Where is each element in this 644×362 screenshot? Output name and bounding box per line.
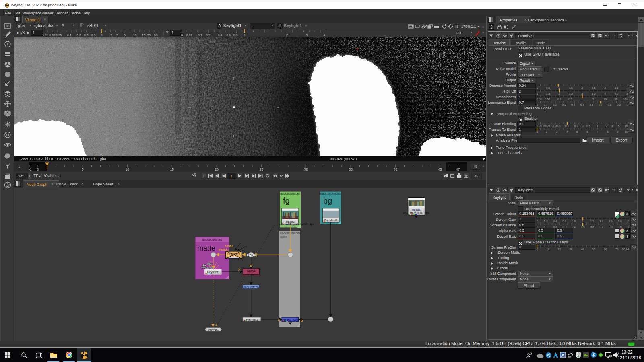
svg-text:D: D (6, 133, 9, 137)
svg-text:0: 0 (537, 86, 538, 89)
svg-text:0.9: 0.9 (618, 226, 622, 228)
svg-text:100: 100 (623, 98, 628, 101)
svg-text:matte: matte (197, 244, 215, 252)
svg-text:0: 0 (37, 167, 39, 171)
svg-text:2: 2 (559, 92, 560, 95)
svg-text:fg: fg (283, 196, 290, 205)
svg-text:0.5: 0.5 (580, 103, 584, 106)
svg-text:Keylight1: Keylight1 (207, 270, 220, 274)
svg-text:0.2: 0.2 (574, 125, 578, 128)
svg-text:80.64: 80.64 (622, 248, 629, 251)
svg-text:Viewer1: Viewer1 (208, 328, 219, 331)
svg-text:0.2: 0.2 (544, 220, 548, 223)
svg-text:10: 10 (625, 130, 628, 133)
svg-text:1: 1 (582, 98, 583, 101)
svg-text:1: 1 (101, 33, 103, 37)
svg-text:1: 1 (244, 33, 246, 37)
svg-text:1: 1 (537, 130, 538, 133)
svg-text:0.8: 0.8 (572, 220, 576, 223)
svg-text:1.8: 1.8 (618, 220, 622, 223)
svg-text:bg: bg (323, 196, 332, 205)
svg-text:4: 4 (324, 33, 326, 37)
svg-text:0.01: 0.01 (537, 98, 542, 101)
svg-text:0: 0 (537, 248, 538, 251)
svg-text:-1: -1 (29, 167, 32, 171)
svg-text:0.03: 0.03 (548, 125, 554, 128)
svg-text:3: 3 (604, 86, 606, 89)
svg-text:40: 40 (393, 167, 397, 171)
svg-text:HueCorrect1: HueCorrect1 (243, 285, 260, 289)
svg-text:0.1: 0.1 (198, 33, 202, 37)
svg-text:9: 9 (617, 130, 619, 133)
svg-text:8: 8 (607, 130, 609, 133)
svg-text:10: 10 (280, 175, 283, 178)
svg-text:45: 45 (474, 174, 478, 178)
svg-text:apine: apine (280, 235, 287, 239)
svg-text:2: 2 (582, 86, 583, 89)
svg-text:BackdropNode3: BackdropNode3 (202, 238, 222, 241)
svg-text:0.01: 0.01 (186, 33, 192, 37)
svg-text:3: 3 (582, 92, 583, 95)
svg-text:Premult1: Premult1 (246, 318, 258, 321)
svg-text:45: 45 (438, 167, 442, 171)
svg-text:4: 4 (626, 86, 628, 89)
svg-text:10: 10 (603, 98, 607, 101)
svg-text:2: 2 (286, 33, 288, 37)
svg-text:0.5: 0.5 (581, 226, 585, 228)
svg-text:10: 10 (125, 167, 129, 171)
svg-text:0.6: 0.6 (589, 103, 593, 106)
svg-text:0.4: 0.4 (571, 103, 575, 106)
svg-text:5: 5 (626, 92, 628, 95)
svg-text:B: B (301, 319, 303, 323)
svg-text:1: 1 (626, 103, 628, 106)
svg-text:0.2: 0.2 (206, 33, 211, 37)
svg-text:0.6: 0.6 (562, 220, 566, 223)
svg-text:10: 10 (133, 33, 137, 37)
svg-text:1.6: 1.6 (609, 220, 613, 223)
svg-text:5: 5 (124, 33, 126, 37)
svg-text:10: 10 (547, 248, 550, 251)
svg-text:Motion: Motion (219, 248, 229, 251)
svg-text:0.6: 0.6 (590, 226, 594, 228)
svg-text:1.5: 1.5 (546, 92, 550, 95)
svg-text:B: B (250, 264, 252, 267)
svg-text:0.3: 0.3 (84, 33, 89, 37)
svg-text:0.3: 0.3 (568, 98, 572, 101)
svg-text:0.01: 0.01 (537, 125, 542, 128)
svg-text:0.6: 0.6 (226, 33, 231, 37)
svg-text:InM: InM (207, 263, 211, 265)
svg-text:0.1: 0.1 (565, 125, 569, 128)
svg-text:0.1: 0.1 (67, 33, 72, 37)
svg-text:1: 1 (582, 220, 584, 223)
svg-text:15: 15 (170, 167, 174, 171)
svg-text:2: 2 (606, 125, 607, 128)
svg-text:0.7: 0.7 (599, 103, 603, 106)
svg-text:1.2: 1.2 (590, 220, 594, 223)
svg-text:1.4: 1.4 (599, 220, 603, 223)
svg-text:3: 3 (116, 33, 118, 37)
svg-text:5: 5 (576, 130, 578, 133)
svg-text:4: 4 (604, 92, 606, 95)
svg-text:20: 20 (215, 167, 219, 171)
svg-text:0.8: 0.8 (609, 226, 613, 228)
svg-text:0: 0 (181, 33, 183, 37)
svg-text:I: I (203, 175, 204, 178)
svg-text:1: 1 (537, 92, 538, 95)
svg-text:0.05: 0.05 (555, 125, 561, 128)
svg-text:10: 10 (625, 125, 628, 128)
svg-text:70: 70 (615, 248, 619, 251)
svg-text:(alpha -> alpha): (alpha -> alpha) (241, 274, 261, 277)
svg-text:Copy1: Copy1 (247, 269, 256, 273)
svg-text:0.9: 0.9 (617, 103, 621, 106)
svg-text:170%: 170% (461, 25, 471, 29)
svg-text:6: 6 (586, 130, 588, 133)
svg-text:A: A (278, 318, 280, 322)
svg-text:30: 30 (614, 98, 617, 101)
svg-text:v60_sh07_graded.0001.dpx: v60_sh07_graded.0001.dpx (279, 223, 314, 226)
svg-text:25: 25 (259, 167, 263, 171)
svg-text:3: 3 (556, 130, 557, 133)
svg-text:35: 35 (349, 167, 353, 171)
svg-text:3.5: 3.5 (592, 92, 596, 95)
svg-text:20: 20 (558, 248, 561, 251)
svg-text:0.4: 0.4 (218, 33, 223, 37)
